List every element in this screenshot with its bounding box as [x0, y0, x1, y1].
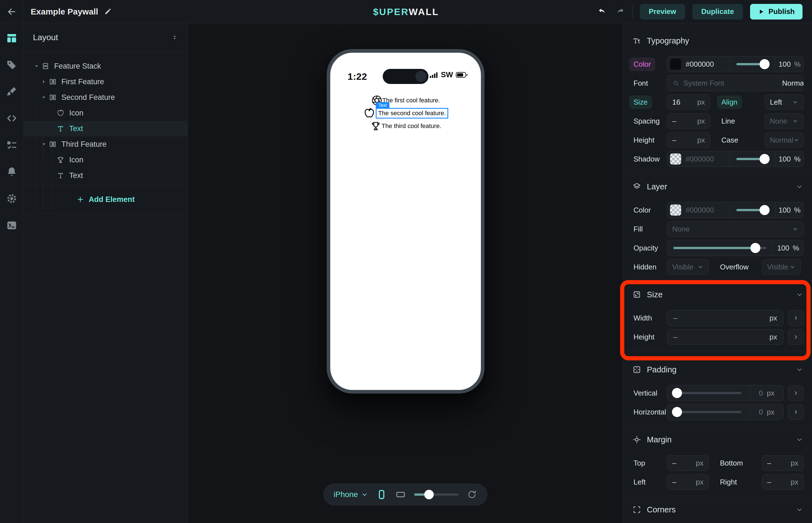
shadow-opacity-slider[interactable] — [730, 151, 775, 167]
size-section-header[interactable]: Size — [622, 285, 812, 305]
horizontal-padding-slider[interactable] — [667, 404, 750, 420]
slider-thumb[interactable] — [672, 407, 682, 417]
rail-layout-button[interactable] — [5, 32, 18, 44]
layer-color-swatch[interactable] — [670, 204, 681, 216]
selected-text-element[interactable]: Text The second cool feature. — [376, 108, 448, 119]
rail-products-button[interactable] — [5, 58, 18, 71]
color-opacity-slider[interactable] — [730, 56, 775, 72]
redo-button[interactable] — [615, 7, 625, 17]
feature-row-third[interactable]: The third cool feature. — [370, 120, 441, 132]
tree-item-third-feature[interactable]: Third Feature — [23, 137, 188, 152]
overflow-dropdown[interactable]: Visible — [762, 259, 801, 275]
publish-button[interactable]: Publish — [750, 4, 802, 19]
line-height-input[interactable]: –px — [667, 132, 710, 148]
margin-right-input[interactable]: –px — [762, 474, 804, 490]
fill-label: Fill — [633, 225, 667, 233]
rail-settings-button[interactable] — [5, 193, 18, 205]
hidden-label: Hidden — [633, 263, 667, 271]
rail-checklist-button[interactable] — [5, 139, 18, 151]
corners-section-header[interactable]: Corners — [622, 500, 812, 520]
case-dropdown[interactable]: Normal — [764, 132, 804, 148]
height-input[interactable]: –px — [667, 329, 783, 345]
margin-top-input[interactable]: –px — [667, 455, 709, 471]
caret-down-icon[interactable] — [32, 63, 41, 69]
tree-item-feature-stack[interactable]: Feature Stack — [23, 58, 188, 74]
padding-section-header[interactable]: Padding — [622, 360, 812, 380]
landscape-orientation-button[interactable] — [395, 489, 406, 500]
tree-item-first-feature[interactable]: First Feature — [23, 74, 188, 90]
tree-item-icon[interactable]: Icon — [23, 152, 188, 168]
zoom-slider[interactable] — [414, 493, 458, 496]
width-input[interactable]: –px — [667, 310, 783, 326]
rail-theme-button[interactable] — [5, 85, 18, 97]
font-search-field[interactable] — [667, 75, 782, 91]
rail-console-button[interactable] — [5, 219, 18, 232]
color-opacity-field[interactable]: 100% — [775, 56, 804, 72]
margin-section: Margin Top –px Bottom –px Left –px Right… — [622, 426, 812, 496]
horizontal-padding-expand-button[interactable] — [788, 404, 804, 420]
layer-color-opacity-field[interactable]: 100% — [775, 202, 804, 218]
font-size-input[interactable]: 16px — [667, 94, 710, 110]
vertical-padding-slider[interactable] — [667, 385, 750, 401]
color-swatch[interactable] — [670, 58, 681, 70]
color-property-chip[interactable]: Color — [629, 57, 655, 71]
slider-thumb[interactable] — [760, 59, 770, 69]
tree-item-icon[interactable]: Icon — [23, 105, 188, 121]
tree-item-text-selected[interactable]: Text — [23, 121, 188, 137]
feature-row-second[interactable]: Text The second cool feature. — [363, 107, 448, 120]
tree-item-second-feature[interactable]: Second Feature — [23, 90, 188, 105]
slider-thumb[interactable] — [760, 205, 770, 215]
edit-title-button[interactable] — [104, 8, 112, 16]
back-button[interactable] — [0, 0, 23, 23]
slider-thumb[interactable] — [672, 388, 682, 398]
chevron-down-icon — [796, 436, 803, 443]
add-element-button[interactable]: Add Element — [23, 185, 188, 214]
device-select-dropdown[interactable]: iPhone — [333, 490, 368, 499]
font-search-input[interactable] — [683, 79, 777, 88]
caret-down-icon[interactable] — [39, 141, 49, 147]
refresh-preview-button[interactable] — [467, 489, 477, 500]
typography-section-header[interactable]: Typography — [622, 31, 812, 51]
caret-down-icon[interactable] — [39, 94, 49, 101]
portrait-orientation-button[interactable] — [376, 489, 387, 500]
width-expand-button[interactable] — [788, 310, 804, 326]
vertical-padding-field[interactable]: 0px — [750, 385, 783, 401]
layer-color-opacity-slider[interactable] — [730, 202, 775, 218]
margin-bottom-input[interactable]: –px — [762, 455, 804, 471]
fill-dropdown[interactable]: None — [667, 221, 804, 237]
zoom-slider-thumb[interactable] — [424, 490, 434, 499]
vertical-padding-expand-button[interactable] — [788, 385, 804, 401]
height-expand-button[interactable] — [788, 329, 804, 345]
layer-section-header[interactable]: Layer — [622, 177, 812, 197]
shadow-color-swatch[interactable] — [670, 154, 681, 165]
terminal-icon — [6, 219, 18, 231]
typography-section: Typography Color #000000 100% Font — [622, 23, 812, 173]
align-chip[interactable]: Align — [717, 95, 742, 109]
slider-thumb[interactable] — [760, 154, 770, 164]
font-size-chip[interactable]: Size — [629, 95, 652, 109]
margin-section-header[interactable]: Margin — [622, 430, 812, 450]
shadow-opacity-field[interactable]: 100% — [775, 151, 804, 167]
font-weight-selector[interactable]: Normal — [782, 75, 804, 91]
layer-color-hex-field[interactable]: #000000 — [667, 202, 730, 218]
horizontal-padding-field[interactable]: 0px — [750, 404, 783, 420]
size-icon — [632, 290, 641, 299]
letter-spacing-input[interactable]: –px — [667, 113, 710, 129]
slider-thumb[interactable] — [750, 243, 760, 253]
color-hex-field[interactable]: #000000 — [667, 56, 730, 72]
sort-layers-button[interactable] — [171, 34, 178, 41]
preview-button[interactable]: Preview — [640, 4, 685, 19]
opacity-slider[interactable] — [667, 240, 773, 256]
rail-notifications-button[interactable] — [5, 166, 18, 178]
caret-right-icon[interactable] — [39, 79, 49, 85]
undo-button[interactable] — [597, 7, 608, 17]
hidden-dropdown[interactable]: Visible — [667, 259, 709, 275]
duplicate-button[interactable]: Duplicate — [692, 4, 743, 19]
align-dropdown[interactable]: Left — [764, 94, 804, 110]
margin-left-input[interactable]: –px — [667, 474, 709, 490]
opacity-field[interactable]: 100% — [773, 240, 804, 256]
line-dropdown[interactable]: None — [764, 113, 804, 129]
rail-code-button[interactable] — [5, 112, 18, 124]
shadow-hex-field[interactable]: #000000 — [667, 151, 730, 167]
tree-item-text[interactable]: Text — [23, 168, 188, 183]
